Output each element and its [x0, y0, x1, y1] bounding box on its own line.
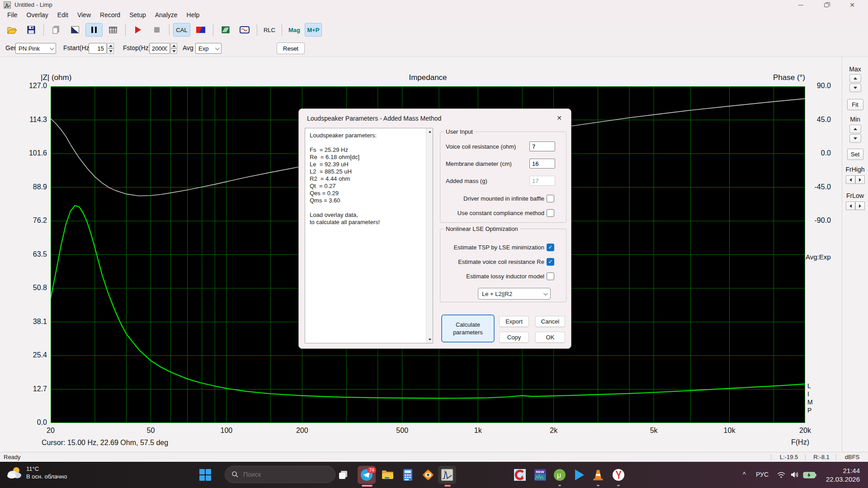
calculate-parameters-button[interactable]: Calculate parameters: [441, 314, 495, 343]
min-down-button[interactable]: [849, 134, 861, 143]
fstart-spinner[interactable]: [107, 43, 114, 54]
inductor-model-select[interactable]: Le + L2||R2: [478, 288, 551, 300]
menu-help[interactable]: Help: [182, 10, 204, 20]
magnitude-view-button[interactable]: Mag: [286, 23, 303, 37]
oscilloscope-button[interactable]: [236, 23, 253, 37]
menu-view[interactable]: View: [73, 10, 95, 20]
scroll-down-icon[interactable]: [426, 336, 433, 343]
chevron-down-icon: [215, 46, 220, 50]
membrane-diameter-input[interactable]: [529, 159, 555, 169]
stop-button[interactable]: [148, 23, 165, 37]
tray-chevron-icon[interactable]: ^: [743, 471, 746, 478]
infinite-baffle-checkbox[interactable]: [547, 195, 554, 202]
notification-badge: 74: [367, 467, 376, 473]
frlow-arrows[interactable]: [846, 202, 865, 210]
z-axis-ticks: 127.0114.3101.688.976.263.550.838.125.41…: [19, 86, 47, 423]
minimize-button[interactable]: [790, 0, 811, 10]
estimate-re-checkbox[interactable]: ✓: [547, 258, 554, 266]
save-button[interactable]: [23, 23, 40, 37]
frlow-left-button[interactable]: [846, 202, 855, 210]
avg-select[interactable]: Exp: [195, 43, 222, 54]
menu-overlay[interactable]: Overlay: [22, 10, 53, 20]
rlc-button[interactable]: RLC: [261, 23, 278, 37]
listbox-scrollbar[interactable]: [426, 128, 433, 343]
weather-widget[interactable]: 11°CВ осн. облачно: [5, 465, 67, 480]
menu-edit[interactable]: Edit: [53, 10, 73, 20]
copy-button[interactable]: Copy: [499, 332, 529, 343]
magnitude-phase-view-button[interactable]: M+P: [305, 23, 322, 37]
copy-button[interactable]: [47, 23, 65, 37]
min-up-button[interactable]: [849, 125, 861, 133]
export-button[interactable]: Export: [499, 316, 529, 327]
restore-button[interactable]: [816, 0, 837, 10]
fstart-input[interactable]: [89, 43, 107, 54]
constant-compliance-checkbox[interactable]: [547, 209, 554, 217]
spectrum-button[interactable]: [217, 23, 234, 37]
frhigh-left-button[interactable]: [846, 175, 855, 184]
language-indicator[interactable]: РУС: [756, 471, 769, 478]
reset-button[interactable]: Reset: [277, 42, 305, 54]
task-view-button[interactable]: [334, 466, 352, 484]
fit-button[interactable]: Fit: [847, 99, 863, 110]
viewer-eye-icon[interactable]: [419, 466, 437, 484]
close-button[interactable]: ✕: [842, 0, 863, 10]
pause-button[interactable]: [85, 23, 103, 37]
set-button[interactable]: Set: [847, 149, 863, 160]
tray-date: 22.03.2026: [824, 475, 860, 483]
frhigh-right-button[interactable]: [855, 175, 865, 184]
x-tick: 20: [47, 427, 55, 435]
ok-button[interactable]: OK: [535, 332, 565, 343]
estimate-tsp-checkbox[interactable]: ✓: [547, 244, 554, 251]
rew-app-icon[interactable]: REW: [531, 466, 549, 484]
search-icon: [231, 471, 239, 478]
menu-file[interactable]: File: [3, 10, 22, 20]
limp-letter: I: [807, 390, 813, 398]
frlow-right-button[interactable]: [855, 202, 865, 210]
max-down-button[interactable]: [849, 84, 861, 92]
media-player-icon[interactable]: [570, 466, 588, 484]
z-tick: 12.7: [19, 385, 47, 393]
loudspeaker-parameters-dialog: Loudspeaker Parameters - Added Mass Meth…: [298, 108, 571, 349]
volume-icon[interactable]: [790, 471, 799, 479]
limp-app-icon[interactable]: Ω: [438, 466, 456, 484]
search-input[interactable]: [243, 471, 316, 478]
generator-type-select[interactable]: PN Pink: [15, 43, 56, 54]
fstop-spinner[interactable]: [170, 43, 177, 54]
search-box[interactable]: [225, 466, 335, 483]
table-view-button[interactable]: [104, 23, 122, 37]
right-level: R:-8.1: [808, 454, 835, 460]
max-up-button[interactable]: [849, 74, 861, 83]
invert-background-button[interactable]: [66, 23, 84, 37]
fstop-input[interactable]: [149, 43, 170, 54]
generator-type-value: PN Pink: [19, 45, 40, 52]
menu-record[interactable]: Record: [95, 10, 125, 20]
wifi-icon[interactable]: [777, 471, 786, 479]
red-c-app-icon[interactable]: [511, 466, 529, 484]
avg-label: Avg: [183, 44, 193, 52]
parameter-line: [310, 139, 424, 146]
start-button[interactable]: [199, 469, 211, 481]
voice-coil-input[interactable]: [529, 141, 555, 151]
dialog-close-button[interactable]: ✕: [555, 113, 564, 122]
open-button[interactable]: [4, 23, 21, 37]
measurement-param-bar: Gen PN Pink Fstart(Hz) Fstop(Hz) Avg Exp…: [0, 40, 868, 57]
scroll-up-icon[interactable]: [426, 128, 433, 135]
calculator-icon[interactable]: [399, 466, 417, 484]
z-tick: 101.6: [19, 149, 47, 157]
battery-icon[interactable]: [803, 472, 816, 479]
menu-analyze[interactable]: Analyze: [151, 10, 182, 20]
frhigh-arrows[interactable]: [846, 175, 865, 184]
parameters-listbox[interactable]: Loudspeaker parameters:Fs = 25.29 HzRe =…: [305, 128, 433, 343]
calibrate-button[interactable]: CAL: [173, 23, 190, 37]
record-button[interactable]: [129, 23, 146, 37]
cancel-button[interactable]: Cancel: [535, 316, 565, 327]
vlc-icon[interactable]: [589, 466, 607, 484]
utorrent-icon[interactable]: μ: [551, 466, 569, 484]
telegram-icon[interactable]: 74: [358, 466, 376, 484]
file-explorer-icon[interactable]: [378, 466, 396, 484]
menu-setup[interactable]: Setup: [125, 10, 151, 20]
estimate-lossy-checkbox[interactable]: [547, 272, 554, 280]
yandex-browser-icon[interactable]: [609, 466, 627, 484]
clock[interactable]: 21:44 22.03.2026: [824, 466, 860, 483]
generator-setup-button[interactable]: [192, 23, 209, 37]
